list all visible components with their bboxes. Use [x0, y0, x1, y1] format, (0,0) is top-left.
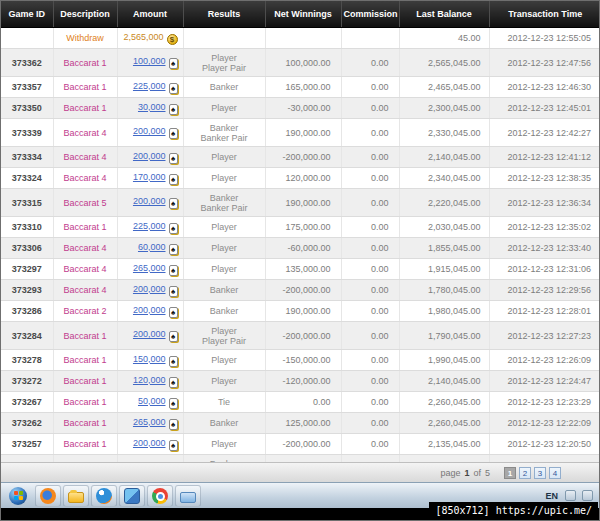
results-cell: Player — [183, 259, 265, 280]
amount-link[interactable]: 225,000 — [133, 221, 166, 231]
spade-icon[interactable] — [169, 58, 178, 69]
explorer-taskbar-button[interactable] — [175, 485, 201, 507]
of-label: of — [473, 468, 481, 478]
amount-link[interactable]: 265,000 — [133, 263, 166, 273]
amount-cell: 100,000 — [117, 49, 183, 77]
col-net-winnings: Net Winnings — [265, 1, 341, 28]
picture-viewer-taskbar-button[interactable] — [119, 485, 145, 507]
spade-icon[interactable] — [169, 398, 178, 409]
last-balance-cell: 2,260,045.00 — [399, 413, 489, 434]
table-row: 373286 Baccarat 2 200,000 Banker 190,000… — [1, 301, 599, 322]
description-text: Baccarat 4 — [63, 152, 106, 162]
description-cell: Baccarat 1 — [53, 49, 117, 77]
spade-icon[interactable] — [169, 307, 178, 318]
language-indicator[interactable]: EN — [541, 491, 562, 501]
game-id-cell: 373339 — [1, 119, 53, 147]
net-winnings-cell: 190,000.00 — [265, 301, 341, 322]
spade-icon[interactable] — [169, 356, 178, 367]
page-button-2[interactable]: 2 — [519, 467, 531, 479]
keyboard-tray-icon[interactable] — [565, 490, 576, 501]
amount-link[interactable]: 150,000 — [133, 354, 166, 364]
amount-link[interactable]: 170,000 — [133, 172, 166, 182]
spade-icon[interactable] — [169, 265, 178, 276]
spade-icon[interactable] — [169, 440, 178, 451]
transaction-time-cell: 2012-12-23 12:55:05 — [489, 28, 599, 49]
spade-icon[interactable] — [169, 286, 178, 297]
amount-cell: 225,000 — [117, 217, 183, 238]
spade-icon[interactable] — [169, 104, 178, 115]
description-text: Baccarat 5 — [63, 198, 106, 208]
firefox-taskbar-button[interactable] — [35, 485, 61, 507]
description-text: Baccarat 1 — [63, 331, 106, 341]
description-text: Baccarat 1 — [63, 82, 106, 92]
net-winnings-cell: -200,000.00 — [265, 434, 341, 455]
media-player-taskbar-button[interactable] — [91, 485, 117, 507]
folder-taskbar-button[interactable] — [63, 485, 89, 507]
amount-link[interactable]: 200,000 — [133, 329, 166, 339]
amount-link[interactable]: 200,000 — [133, 126, 166, 136]
transaction-time-cell: 2012-12-23 12:29:56 — [489, 280, 599, 301]
last-balance-cell: 2,140,045.00 — [399, 147, 489, 168]
description-text: Baccarat 1 — [63, 103, 106, 113]
transaction-time-cell: 2012-12-23 12:33:40 — [489, 238, 599, 259]
transaction-time-cell: 2012-12-23 12:31:06 — [489, 259, 599, 280]
results-cell: Player — [183, 371, 265, 392]
amount-link[interactable]: 60,000 — [138, 242, 166, 252]
spade-icon[interactable] — [169, 198, 178, 209]
spade-icon[interactable] — [169, 244, 178, 255]
amount-link[interactable]: 200,000 — [133, 305, 166, 315]
commission-cell: 0.00 — [341, 77, 399, 98]
amount-link[interactable]: 2,565,000 — [123, 32, 163, 42]
current-page-number: 1 — [464, 468, 469, 478]
amount-link[interactable]: 200,000 — [133, 151, 166, 161]
moneybag-icon[interactable] — [167, 34, 178, 45]
chrome-taskbar-button[interactable] — [147, 485, 173, 507]
commission-cell: 0.00 — [341, 301, 399, 322]
amount-cell: 200,000 — [117, 301, 183, 322]
page-button-1[interactable]: 1 — [504, 467, 516, 479]
spade-icon[interactable] — [169, 331, 178, 342]
tray-icon[interactable] — [582, 490, 593, 501]
last-balance-cell: 1,780,045.00 — [399, 280, 489, 301]
page-button-3[interactable]: 3 — [534, 467, 546, 479]
spade-icon[interactable] — [169, 153, 178, 164]
description-cell: Baccarat 4 — [53, 147, 117, 168]
pagination: 1234 — [504, 467, 561, 479]
amount-link[interactable]: 200,000 — [133, 284, 166, 294]
amount-link[interactable]: 225,000 — [133, 81, 166, 91]
net-winnings-cell: 0.00 — [265, 392, 341, 413]
start-button[interactable] — [4, 484, 32, 508]
table-row: 373297 Baccarat 4 265,000 Player 135,000… — [1, 259, 599, 280]
game-id-cell: 373324 — [1, 168, 53, 189]
net-winnings-cell: -120,000.00 — [265, 371, 341, 392]
spade-icon[interactable] — [169, 128, 178, 139]
table-row: 373284 Baccarat 1 200,000 Player Player … — [1, 322, 599, 350]
amount-link[interactable]: 100,000 — [133, 56, 166, 66]
commission-cell: 0.00 — [341, 217, 399, 238]
amount-link[interactable]: 265,000 — [133, 417, 166, 427]
spade-icon[interactable] — [169, 174, 178, 185]
amount-link[interactable]: 30,000 — [138, 102, 166, 112]
amount-cell: 2,565,000 — [117, 28, 183, 49]
transaction-time-cell: 2012-12-23 12:35:02 — [489, 217, 599, 238]
table-section: Game ID Description Amount Results Net W… — [1, 1, 599, 482]
net-winnings-cell: -200,000.00 — [265, 147, 341, 168]
description-text: Baccarat 4 — [63, 243, 106, 253]
spade-icon[interactable] — [169, 223, 178, 234]
amount-link[interactable]: 200,000 — [133, 196, 166, 206]
last-balance-cell: 1,980,045.00 — [399, 301, 489, 322]
spade-icon[interactable] — [169, 377, 178, 388]
amount-link[interactable]: 200,000 — [133, 438, 166, 448]
amount-link[interactable]: 50,000 — [138, 396, 166, 406]
table-row: 373306 Baccarat 4 60,000 Player -60,000.… — [1, 238, 599, 259]
table-row: 373362 Baccarat 1 100,000 Player Player … — [1, 49, 599, 77]
page-button-4[interactable]: 4 — [549, 467, 561, 479]
commission-cell: 0.00 — [341, 322, 399, 350]
amount-link[interactable]: 120,000 — [133, 375, 166, 385]
spade-icon[interactable] — [169, 83, 178, 94]
transaction-time-cell: 2012-12-23 12:24:47 — [489, 371, 599, 392]
game-id-cell: 373334 — [1, 147, 53, 168]
game-id-cell: 373252 — [1, 455, 53, 463]
table-row: 373315 Baccarat 5 200,000 Banker Banker … — [1, 189, 599, 217]
spade-icon[interactable] — [169, 419, 178, 430]
